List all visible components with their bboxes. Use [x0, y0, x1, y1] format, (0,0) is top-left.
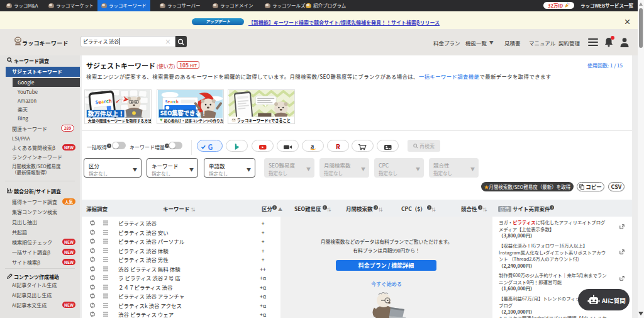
svg-text:ラッコキーワードでできること: ラッコキーワードでできること — [236, 118, 291, 123]
svg-text:数万件以上！: 数万件以上！ — [88, 109, 125, 118]
svg-text:初心者向け・記事コンテンツの作り方: 初心者向け・記事コンテンツの作り方 — [164, 118, 224, 123]
svg-text:Search: Search — [165, 99, 179, 105]
svg-text:G: G — [208, 142, 213, 152]
svg-text:R: R — [336, 142, 340, 151]
svg-text:SEO集客できる！: SEO集客できる！ — [160, 108, 207, 117]
svg-text:大量の関連キーワードを取得する方法: 大量の関連キーワードを取得する方法 — [88, 118, 152, 123]
